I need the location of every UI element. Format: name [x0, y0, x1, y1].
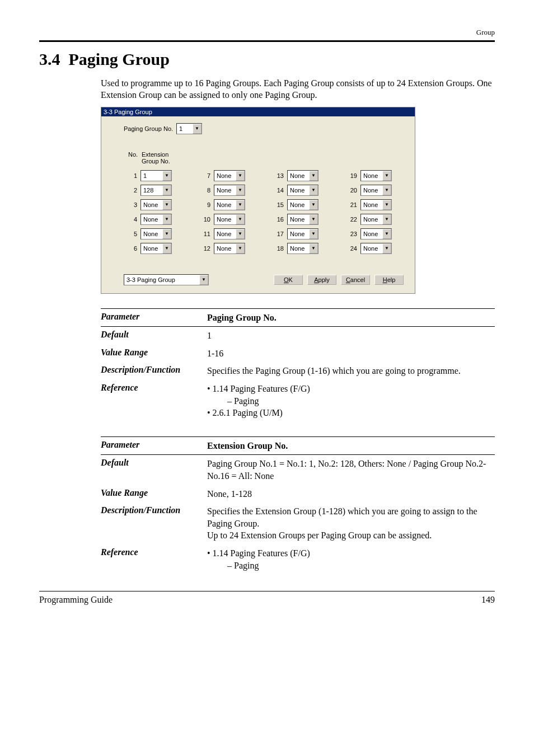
extension-number: 14: [275, 187, 284, 194]
extension-value: None: [288, 231, 309, 237]
extension-number: 10: [202, 216, 210, 223]
chevron-down-icon: ▼: [236, 229, 245, 239]
extension-select[interactable]: None▼: [214, 214, 245, 225]
extension-number: 5: [128, 231, 137, 237]
extension-grid: 11▼7None▼13None▼19None▼2128▼8None▼14None…: [128, 170, 404, 254]
extension-select[interactable]: None▼: [214, 185, 245, 196]
chevron-down-icon: ▼: [236, 214, 245, 224]
extension-select[interactable]: None▼: [287, 228, 318, 240]
extension-select[interactable]: None▼: [140, 214, 172, 225]
chevron-down-icon: ▼: [236, 243, 245, 253]
column-header-no: No.: [128, 151, 137, 165]
extension-number: 2: [128, 187, 137, 194]
extension-cell: 18None▼: [275, 243, 330, 254]
extension-value: None: [141, 216, 162, 223]
section-intro: Used to programme up to 16 Paging Groups…: [101, 78, 495, 101]
extension-value: None: [288, 172, 309, 179]
extension-cell: 24None▼: [348, 243, 404, 254]
default-label: Default: [101, 458, 207, 468]
chevron-down-icon: ▼: [309, 214, 318, 224]
extension-number: 24: [348, 245, 357, 252]
extension-number: 7: [202, 172, 210, 179]
extension-select[interactable]: 1▼: [140, 170, 172, 181]
ref-line: – Paging: [207, 560, 495, 572]
chevron-down-icon: ▼: [162, 214, 171, 224]
extension-select[interactable]: None▼: [214, 199, 245, 210]
extension-cell: 14None▼: [275, 185, 330, 196]
extension-select[interactable]: None▼: [287, 243, 318, 254]
default-label: Default: [101, 330, 207, 340]
extension-select[interactable]: None▼: [214, 170, 245, 181]
extension-select[interactable]: 128▼: [140, 185, 172, 196]
footer-page-number: 149: [481, 595, 495, 605]
extension-select[interactable]: None▼: [287, 199, 318, 210]
extension-select[interactable]: None▼: [140, 228, 172, 240]
extension-select[interactable]: None▼: [214, 228, 245, 240]
footer-rule: [39, 591, 495, 591]
help-button[interactable]: Help: [374, 275, 404, 285]
page-jump-select[interactable]: 3-3 Paging Group ▼: [124, 274, 209, 285]
extension-select[interactable]: None▼: [360, 214, 392, 225]
extension-select[interactable]: None▼: [360, 228, 392, 240]
extension-value: None: [361, 201, 382, 208]
extension-value: None: [214, 231, 236, 237]
paging-group-select[interactable]: 1 ▼: [176, 123, 202, 134]
ref-line: • 1.14 Paging Features (F/G): [207, 383, 495, 395]
extension-select[interactable]: None▼: [214, 243, 245, 254]
chevron-down-icon: ▼: [309, 243, 318, 253]
extension-number: 9: [202, 201, 210, 208]
extension-value: None: [288, 216, 309, 223]
chevron-down-icon: ▼: [382, 200, 391, 210]
extension-value: None: [141, 231, 162, 237]
chevron-down-icon: ▼: [382, 214, 391, 224]
extension-value: 1: [141, 172, 162, 179]
desc-value: Specifies the Paging Group (1-16) which …: [207, 365, 495, 377]
extension-value: None: [361, 231, 382, 237]
chevron-down-icon: ▼: [309, 229, 318, 239]
extension-cell: 7None▼: [202, 170, 257, 181]
extension-select[interactable]: None▼: [360, 185, 392, 196]
footer-left: Programming Guide: [39, 595, 113, 605]
extension-cell: 2128▼: [128, 185, 184, 196]
extension-select[interactable]: None▼: [287, 185, 318, 196]
extension-number: 23: [348, 231, 357, 237]
extension-cell: 3None▼: [128, 199, 184, 210]
default-value: Paging Group No.1 = No.1: 1, No.2: 128, …: [207, 458, 495, 482]
ok-button[interactable]: OK: [274, 275, 303, 285]
apply-button[interactable]: Apply: [307, 275, 336, 285]
page-footer: Programming Guide 149: [39, 595, 495, 605]
ref-value: • 1.14 Paging Features (F/G) – Paging • …: [207, 383, 495, 419]
header-rule: [39, 40, 495, 42]
extension-value: None: [214, 187, 236, 194]
extension-select[interactable]: None▼: [140, 243, 172, 254]
extension-select[interactable]: None▼: [360, 170, 392, 181]
extension-number: 22: [348, 216, 357, 223]
range-label: Value Range: [101, 488, 207, 498]
section-title: 3.4 Paging Group: [39, 50, 495, 69]
cancel-button[interactable]: Cancel: [341, 275, 370, 285]
extension-value: None: [361, 172, 382, 179]
param-value: Extension Group No.: [207, 441, 288, 450]
ref-label: Reference: [101, 383, 207, 393]
extension-select[interactable]: None▼: [140, 199, 172, 210]
paging-group-value: 1: [177, 125, 193, 132]
extension-select[interactable]: None▼: [360, 243, 392, 254]
extension-number: 8: [202, 187, 210, 194]
chevron-down-icon: ▼: [382, 171, 391, 181]
param-value: Paging Group No.: [207, 313, 277, 322]
extension-select[interactable]: None▼: [287, 214, 318, 225]
chevron-down-icon: ▼: [309, 171, 318, 181]
extension-select[interactable]: None▼: [360, 199, 392, 210]
extension-number: 11: [202, 231, 210, 237]
extension-number: 3: [128, 201, 137, 208]
param-label: Parameter: [101, 312, 207, 322]
range-value: None, 1-128: [207, 488, 495, 500]
extension-cell: 16None▼: [275, 214, 330, 225]
page-jump-value: 3-3 Paging Group: [124, 276, 199, 283]
chevron-down-icon: ▼: [162, 185, 171, 195]
extension-value: None: [214, 201, 236, 208]
section-name: Paging Group: [69, 50, 170, 68]
chevron-down-icon: ▼: [162, 171, 171, 181]
extension-select[interactable]: None▼: [287, 170, 318, 181]
chevron-down-icon: ▼: [162, 200, 171, 210]
